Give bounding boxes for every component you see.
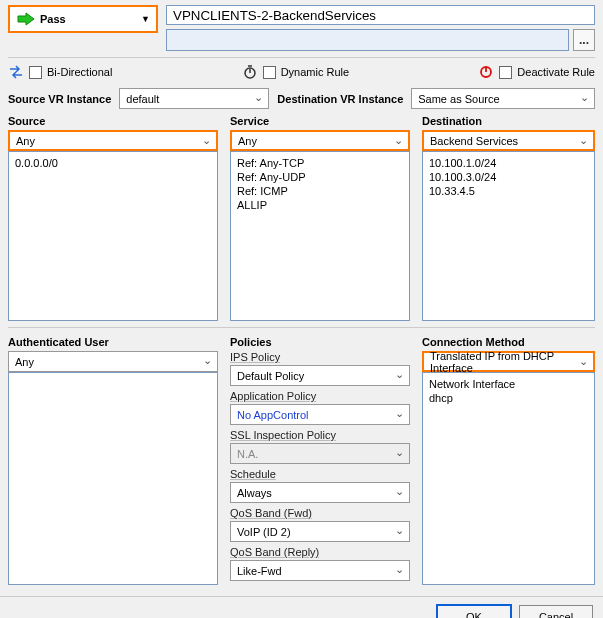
deactivate-rule-checkbox[interactable] — [499, 66, 512, 79]
schedule-select[interactable]: Always — [230, 482, 410, 503]
rule-description-input[interactable] — [166, 29, 569, 51]
deactivate-rule-label: Deactivate Rule — [517, 66, 595, 78]
cancel-button[interactable]: Cancel — [519, 605, 593, 618]
auth-user-select[interactable]: Any — [8, 351, 218, 372]
action-dropdown[interactable]: Pass ▼ — [8, 5, 158, 33]
source-select[interactable]: Any — [8, 130, 218, 151]
qos-reply-select[interactable]: Like-Fwd — [230, 560, 410, 581]
service-listbox[interactable]: Ref: Any-TCP Ref: Any-UDP Ref: ICMP ALLI… — [230, 151, 410, 321]
ips-policy-label: IPS Policy — [230, 351, 410, 363]
list-item[interactable]: dhcp — [429, 391, 588, 405]
qos-fwd-label: QoS Band (Fwd) — [230, 507, 410, 519]
ok-button[interactable]: OK — [437, 605, 511, 618]
source-vr-label: Source VR Instance — [8, 93, 111, 105]
bidi-label: Bi-Directional — [47, 66, 112, 78]
auth-user-listbox[interactable] — [8, 372, 218, 585]
connection-method-listbox[interactable]: Network Interface dhcp — [422, 372, 595, 585]
dynamic-rule-label: Dynamic Rule — [281, 66, 349, 78]
rule-name-input[interactable] — [166, 5, 595, 25]
connection-method-select[interactable]: Translated IP from DHCP Interface — [422, 351, 595, 372]
destination-vr-label: Destination VR Instance — [277, 93, 403, 105]
service-label: Service — [230, 115, 410, 127]
qos-fwd-select[interactable]: VoIP (ID 2) — [230, 521, 410, 542]
source-vr-select[interactable]: default — [119, 88, 269, 109]
source-listbox[interactable]: 0.0.0.0/0 — [8, 151, 218, 321]
svg-marker-0 — [18, 13, 34, 25]
destination-vr-select[interactable]: Same as Source — [411, 88, 595, 109]
list-item[interactable]: 10.100.3.0/24 — [429, 170, 588, 184]
ssl-policy-label: SSL Inspection Policy — [230, 429, 410, 441]
swap-icon — [8, 64, 24, 80]
bidi-checkbox[interactable] — [29, 66, 42, 79]
ips-policy-select[interactable]: Default Policy — [230, 365, 410, 386]
schedule-label: Schedule — [230, 468, 410, 480]
dynamic-rule-checkbox[interactable] — [263, 66, 276, 79]
app-policy-select[interactable]: No AppControl — [230, 404, 410, 425]
ssl-policy-select: N.A. — [230, 443, 410, 464]
list-item[interactable]: Network Interface — [429, 377, 588, 391]
list-item[interactable]: 0.0.0.0/0 — [15, 156, 211, 170]
destination-label: Destination — [422, 115, 595, 127]
description-more-button[interactable]: ... — [573, 29, 595, 51]
auth-user-label: Authenticated User — [8, 336, 218, 348]
action-label: Pass — [40, 13, 66, 25]
destination-listbox[interactable]: 10.100.1.0/24 10.100.3.0/24 10.33.4.5 — [422, 151, 595, 321]
app-policy-label: Application Policy — [230, 390, 410, 402]
pass-arrow-icon — [16, 12, 36, 26]
connection-method-label: Connection Method — [422, 336, 595, 348]
list-item[interactable]: Ref: Any-TCP — [237, 156, 403, 170]
power-icon — [478, 64, 494, 80]
service-select[interactable]: Any — [230, 130, 410, 151]
source-label: Source — [8, 115, 218, 127]
qos-reply-label: QoS Band (Reply) — [230, 546, 410, 558]
destination-select[interactable]: Backend Services — [422, 130, 595, 151]
list-item[interactable]: Ref: Any-UDP — [237, 170, 403, 184]
list-item[interactable]: 10.33.4.5 — [429, 184, 588, 198]
list-item[interactable]: Ref: ICMP — [237, 184, 403, 198]
policies-label: Policies — [230, 336, 410, 348]
stopwatch-icon — [242, 64, 258, 80]
list-item[interactable]: 10.100.1.0/24 — [429, 156, 588, 170]
chevron-down-icon: ▼ — [141, 14, 150, 24]
list-item[interactable]: ALLIP — [237, 198, 403, 212]
